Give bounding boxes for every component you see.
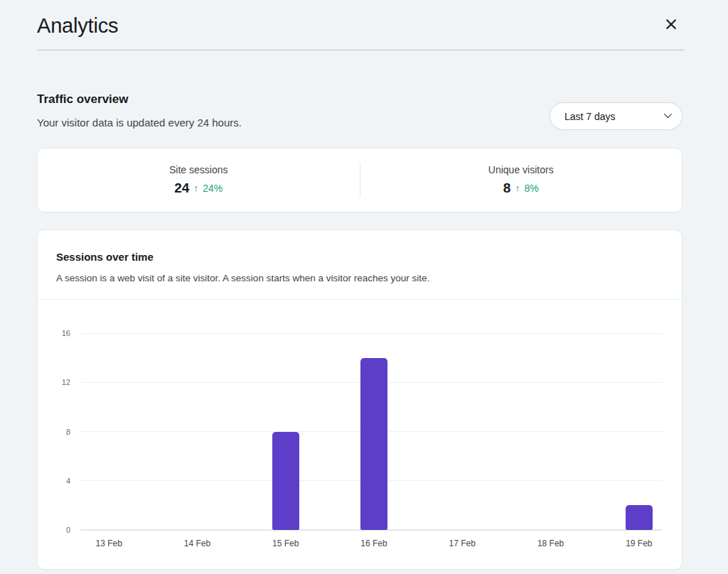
stat-change: 8% (524, 183, 538, 194)
stat-label: Site sessions (169, 164, 228, 175)
y-axis-tick-label: 16 (62, 329, 70, 337)
stat-label: Unique visitors (488, 164, 554, 175)
x-axis-tick-label: 14 Feb (184, 538, 210, 548)
date-range-selected-value: Last 7 days (564, 111, 616, 122)
y-axis-tick-label: 12 (62, 378, 70, 386)
y-axis-tick-label: 8 (66, 428, 70, 436)
stat-value: 8 (503, 180, 511, 196)
sessions-card-heading: Sessions over time (56, 251, 154, 263)
header-divider (37, 50, 684, 50)
chevron-down-icon (664, 110, 672, 118)
x-axis-tick-label: 17 Feb (449, 538, 476, 548)
x-axis-tick-label: 19 Feb (626, 538, 652, 548)
chart-bar-16-feb[interactable] (360, 358, 387, 530)
stat-value: 24 (174, 180, 189, 196)
close-icon[interactable]: × (660, 13, 682, 36)
gridline-16 (80, 333, 662, 334)
x-axis-tick-label: 16 Feb (360, 538, 387, 548)
sessions-card-description: A session is a web visit of a site visit… (56, 273, 429, 283)
traffic-stats-card: Site sessions 24 ↑ 24% Unique visitors 8… (37, 148, 682, 212)
x-axis-tick-label: 13 Feb (95, 538, 122, 548)
up-arrow-icon: ↑ (193, 183, 198, 194)
chart-plot: 0481216 13 Feb14 Feb15 Feb16 Feb17 Feb18… (65, 333, 683, 530)
stat-change: 24% (203, 183, 223, 194)
sessions-card-divider (38, 299, 682, 300)
stat-site-sessions: Site sessions 24 ↑ 24% (38, 148, 360, 212)
traffic-overview-subtitle: Your visitor data is updated every 24 ho… (37, 117, 242, 129)
page-title: Analytics (37, 14, 118, 38)
x-axis-tick-label: 15 Feb (272, 538, 299, 548)
sessions-over-time-card: Sessions over time A session is a web vi… (37, 229, 682, 570)
chart-bar-19-feb[interactable] (626, 505, 653, 530)
y-axis-tick-label: 0 (66, 526, 70, 534)
stat-unique-visitors: Unique visitors 8 ↑ 8% (360, 148, 682, 212)
date-range-dropdown[interactable]: Last 7 days (550, 102, 682, 130)
chart-bar-15-feb[interactable] (272, 432, 299, 531)
up-arrow-icon: ↑ (515, 183, 520, 194)
traffic-overview-heading: Traffic overview (37, 92, 129, 107)
x-axis-tick-label: 18 Feb (537, 538, 564, 548)
y-axis-tick-label: 4 (66, 477, 70, 485)
